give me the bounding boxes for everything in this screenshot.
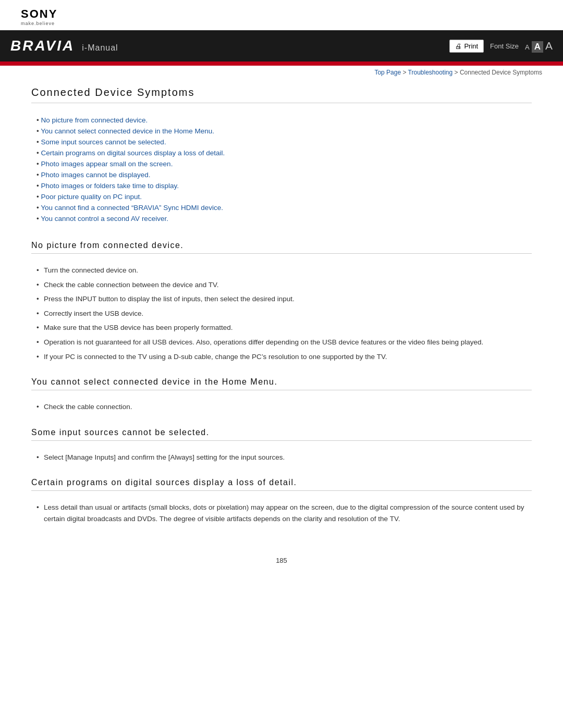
list-item: Correctly insert the USB device. bbox=[36, 306, 532, 321]
list-item: If your PC is connected to the TV using … bbox=[36, 350, 532, 364]
toc-link[interactable]: Some input sources cannot be selected. bbox=[41, 138, 166, 146]
sections-container: No picture from connected device.Turn th… bbox=[31, 241, 532, 530]
bravia-brand: BRAVIA bbox=[10, 38, 75, 54]
toc-item[interactable]: No picture from connected device. bbox=[36, 115, 532, 126]
sony-tagline: make.believe bbox=[21, 21, 542, 26]
toc-link[interactable]: You cannot select connected device in th… bbox=[41, 127, 214, 135]
toc-item[interactable]: You cannot find a connected “BRAVIA” Syn… bbox=[36, 202, 532, 213]
breadcrumb-sep2: > bbox=[455, 69, 460, 76]
header-controls: 🖨 Print Font Size A A A bbox=[449, 40, 553, 53]
section-bullet-list: Turn the connected device on.Check the c… bbox=[31, 258, 532, 368]
toc-link[interactable]: Photo images cannot be displayed. bbox=[41, 171, 150, 179]
list-item: Select [Manage Inputs] and confirm the [… bbox=[36, 450, 532, 465]
toc-item[interactable]: Some input sources cannot be selected. bbox=[36, 137, 532, 147]
section-bullet-list: Less detail than usual or artifacts (sma… bbox=[31, 495, 532, 530]
toc-item[interactable]: Photo images cannot be displayed. bbox=[36, 169, 532, 180]
breadcrumb-sep1: > bbox=[402, 69, 408, 76]
toc-link[interactable]: Poor picture quality on PC input. bbox=[41, 193, 142, 201]
header-bar: BRAVIA i-Manual 🖨 Print Font Size A A A bbox=[0, 30, 563, 61]
toc-link[interactable]: No picture from connected device. bbox=[41, 116, 148, 124]
toc-list: No picture from connected device.You can… bbox=[31, 107, 532, 231]
toc-link[interactable]: Photo images appear small on the screen. bbox=[41, 160, 173, 168]
toc-link[interactable]: You cannot find a connected “BRAVIA” Syn… bbox=[41, 204, 223, 212]
breadcrumb-troubleshooting[interactable]: Troubleshooting bbox=[408, 69, 453, 76]
section-title: Some input sources cannot be selected. bbox=[31, 428, 532, 441]
sony-logo-area: SONY make.believe bbox=[0, 0, 563, 30]
toc-item[interactable]: Photo images appear small on the screen. bbox=[36, 158, 532, 169]
font-small-button[interactable]: A bbox=[525, 43, 530, 51]
page-footer: 185 bbox=[0, 546, 563, 570]
list-item: Check the cable connection. bbox=[36, 400, 532, 414]
toc-link[interactable]: Certain programs on digital sources disp… bbox=[41, 149, 225, 157]
toc-item[interactable]: You cannot select connected device in th… bbox=[36, 126, 532, 137]
list-item: Make sure that the USB device has been p… bbox=[36, 320, 532, 335]
breadcrumb-top-page[interactable]: Top Page bbox=[374, 69, 401, 76]
page-title: Connected Device Symptoms bbox=[31, 87, 532, 103]
toc-item[interactable]: Photo images or folders take time to dis… bbox=[36, 180, 532, 191]
font-size-label: Font Size bbox=[490, 42, 519, 50]
print-button[interactable]: 🖨 Print bbox=[449, 40, 484, 53]
section-bullet-list: Select [Manage Inputs] and confirm the [… bbox=[31, 445, 532, 469]
red-banner bbox=[0, 61, 563, 66]
main-content: Connected Device Symptoms No picture fro… bbox=[0, 81, 563, 546]
toc-item[interactable]: Poor picture quality on PC input. bbox=[36, 191, 532, 202]
list-item: Turn the connected device on. bbox=[36, 263, 532, 278]
section-title: No picture from connected device. bbox=[31, 241, 532, 254]
section-bullet-list: Check the cable connection. bbox=[31, 394, 532, 418]
list-item: Press the INPUT button to display the li… bbox=[36, 292, 532, 306]
list-item: Operation is not guaranteed for all USB … bbox=[36, 335, 532, 350]
section-title: You cannot select connected device in th… bbox=[31, 377, 532, 390]
list-item: Less detail than usual or artifacts (sma… bbox=[36, 500, 532, 526]
toc-item[interactable]: Certain programs on digital sources disp… bbox=[36, 147, 532, 158]
breadcrumb: Top Page > Troubleshooting > Connected D… bbox=[0, 66, 563, 81]
sony-logo: SONY bbox=[21, 7, 542, 21]
toc-link[interactable]: You cannot control a second AV receiver. bbox=[41, 215, 168, 223]
font-large-button[interactable]: A bbox=[545, 40, 553, 52]
font-size-controls: A A A bbox=[525, 40, 553, 53]
breadcrumb-current: Connected Device Symptoms bbox=[460, 69, 542, 76]
toc-link[interactable]: Photo images or folders take time to dis… bbox=[41, 182, 179, 190]
bravia-logo: BRAVIA i-Manual bbox=[10, 38, 118, 54]
font-medium-button[interactable]: A bbox=[532, 41, 543, 53]
page-number: 185 bbox=[276, 557, 287, 564]
imanual-label: i-Manual bbox=[82, 43, 118, 53]
list-item: Check the cable connection between the d… bbox=[36, 278, 532, 292]
toc-item[interactable]: You cannot control a second AV receiver. bbox=[36, 213, 532, 224]
section-title: Certain programs on digital sources disp… bbox=[31, 478, 532, 491]
print-label: Print bbox=[464, 42, 478, 50]
print-icon: 🖨 bbox=[455, 42, 462, 50]
